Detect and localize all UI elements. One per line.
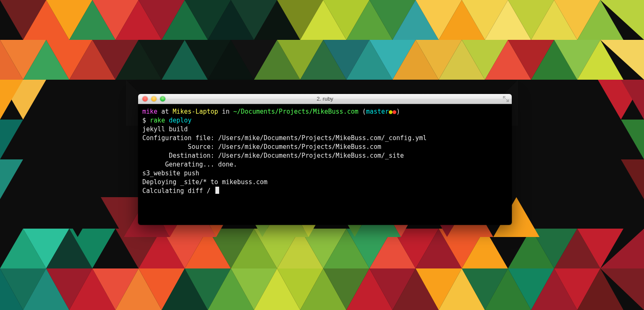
git-status-dot-2: ● [393, 108, 396, 115]
paren-open: ( [359, 108, 366, 115]
git-status-dot-1: ● [389, 108, 393, 115]
prompt-user: mike [142, 108, 157, 115]
output-line: s3_website push [142, 169, 199, 177]
output-line: jekyll build [142, 125, 188, 133]
command-1: rake [150, 117, 165, 124]
titlebar[interactable]: 2. ruby [138, 94, 512, 104]
desktop: 2. ruby mike at Mikes-Laptop in ~/Docume… [0, 0, 644, 310]
prompt-path: ~/Documents/Projects/MikeBuss.com [233, 108, 359, 115]
command-2: deploy [169, 117, 191, 124]
prompt-in: in [218, 108, 233, 115]
git-branch: master [366, 108, 389, 115]
output-line: Deploying _site/* to mikebuss.com [142, 178, 267, 186]
output-line: Configuration file: /Users/mike/Document… [142, 134, 427, 142]
output-line: Destination: /Users/mike/Documents/Proje… [142, 152, 404, 159]
terminal-content[interactable]: mike at Mikes-Laptop in ~/Documents/Proj… [138, 104, 512, 225]
terminal-window[interactable]: 2. ruby mike at Mikes-Laptop in ~/Docume… [138, 94, 512, 225]
prompt-host: Mikes-Laptop [173, 108, 218, 115]
window-title: 2. ruby [138, 96, 512, 102]
paren-close: ) [396, 108, 400, 115]
prompt-symbol: $ [142, 117, 150, 124]
minimize-button[interactable] [151, 96, 157, 102]
close-button[interactable] [142, 96, 148, 102]
cursor [215, 187, 219, 194]
output-line: Generating... done. [142, 161, 237, 168]
window-controls [138, 96, 165, 102]
zoom-button[interactable] [160, 96, 165, 102]
space [165, 117, 169, 124]
output-line: Calculating diff / [142, 187, 215, 195]
prompt-at: at [157, 108, 173, 115]
fullscreen-icon[interactable] [503, 96, 509, 102]
output-line: Source: /Users/mike/Documents/Projects/M… [142, 143, 381, 151]
